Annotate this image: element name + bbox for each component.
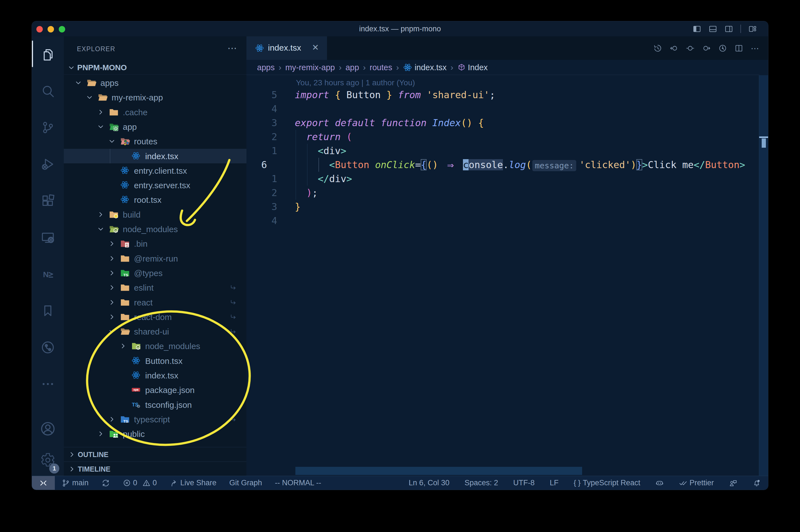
tree-item-react[interactable]: react [64,295,246,310]
react-icon [131,356,141,366]
sidebar-section-timeline[interactable]: TIMELINE [64,461,246,476]
tree-item-routes[interactable]: routes [64,134,246,149]
tab-index-tsx[interactable]: index.tsx ✕ [246,36,327,60]
tree-item-package-json[interactable]: npmpackage.json [64,383,246,397]
nav-circle-icon[interactable] [686,44,694,53]
status-language-mode[interactable]: { }TypeScript React [574,479,640,487]
activity-item-settings[interactable]: 1 [32,444,64,476]
horizontal-scrollbar[interactable] [296,467,582,475]
status-cursor-position[interactable]: Ln 6, Col 30 [409,479,450,487]
folder-tan-icon [120,297,130,307]
tree-item-public[interactable]: public [64,426,246,441]
tree-item-Button-tsx[interactable]: Button.tsx [64,354,246,368]
project-root-label: PNPM-MONO [77,63,127,72]
tree-item-entry-client-tsx[interactable]: entry.client.tsx [64,163,246,178]
tree-item-react-dom[interactable]: react-dom [64,310,246,324]
breadcrumb-item-Index[interactable]: Index [457,63,488,72]
tree-item-build[interactable]: build [64,207,246,222]
breadcrumb-item-routes[interactable]: routes [370,63,393,72]
tree-item--cache[interactable]: .cache [64,105,246,119]
nav-back-icon[interactable] [670,44,678,53]
tree-item-shared-ui[interactable]: shared-ui [64,324,246,339]
tree-item-index-tsx[interactable]: index.tsx [64,368,246,383]
symlink-icon [230,313,237,321]
activity-item-run-debug[interactable] [32,146,64,183]
activity-item-account[interactable] [32,413,64,444]
tree-item-app[interactable]: app [64,119,246,134]
tree-item--types[interactable]: TS@types [64,266,246,280]
tree-item-index-tsx[interactable]: index.tsx [64,149,246,163]
activity-item-nx-console[interactable]: N [32,255,64,292]
status-indentation[interactable]: Spaces: 2 [464,479,498,487]
tree-item-entry-server-tsx[interactable]: entry.server.tsx [64,178,246,192]
layout-sidebar-left-icon[interactable] [692,25,701,33]
tree-item-typescript[interactable]: TStypescript [64,412,246,426]
activity-item-bookmarks[interactable] [32,292,64,329]
svg-text:JS: JS [114,230,117,233]
svg-text:10: 10 [126,245,128,248]
status-feedback[interactable] [729,479,737,487]
sidebar-section-outline[interactable]: OUTLINE [64,447,246,461]
activity-item-git-graph[interactable] [32,329,64,365]
tree-item-eslint[interactable]: eslint [64,280,246,295]
tab-close-icon[interactable]: ✕ [312,42,319,52]
status-live-share[interactable]: Live Share [170,479,216,487]
status-eol[interactable]: LF [550,479,558,487]
status-notifications[interactable] [753,479,761,487]
status-sync[interactable] [101,479,110,487]
tree-item-apps[interactable]: apps [64,76,246,90]
activity-item-explorer[interactable] [32,36,64,73]
tree-item-my-remix-app[interactable]: my-remix-app [64,90,246,104]
layout-panel-icon[interactable] [708,25,717,33]
breadcrumb-separator: › [451,63,453,72]
project-root-row[interactable]: PNPM-MONO [64,60,246,75]
status-encoding[interactable]: UTF-8 [513,479,535,487]
breadcrumb-item-app[interactable]: app [345,63,359,72]
ellipsis-icon[interactable]: ⋯ [751,43,760,53]
liveshare-icon [170,479,178,487]
tree-item-node-modules[interactable]: JSnode_modules [64,339,246,353]
tree-item-label: @types [134,268,163,278]
tree-item-label: build [123,210,140,220]
layout-customize-icon[interactable] [748,25,757,33]
timeline-icon[interactable] [653,44,662,53]
code-editor[interactable]: You, 23 hours ago | 1 author (You) 5impo… [246,75,759,476]
nav-forward-icon[interactable] [702,44,711,53]
activity-item-remote-explorer[interactable] [32,219,64,255]
tree-item-label: tsconfig.json [145,400,192,410]
npm-icon: npm [131,385,141,395]
activity-item-extensions[interactable] [32,183,64,219]
status-prettier[interactable]: Prettier [679,479,714,487]
activity-item-search[interactable] [32,73,64,109]
run-circle-icon[interactable] [718,44,727,53]
split-editor-icon[interactable] [735,44,743,53]
breadcrumb-item-my-remix-app[interactable]: my-remix-app [285,63,335,72]
status-remote[interactable] [32,476,55,490]
symbol-module-icon [457,63,466,72]
explorer-more-actions-icon[interactable]: ⋯ [227,42,237,54]
symlink-icon [230,415,237,424]
activity-item-more-views[interactable] [32,365,64,402]
tree-item--remix-run[interactable]: @remix-run [64,251,246,266]
chevron-right-icon [119,342,127,351]
activity-item-source-control[interactable] [32,109,64,146]
status-git-graph[interactable]: Git Graph [229,479,262,487]
tree-item-tsconfig-json[interactable]: TStsconfig.json [64,397,246,412]
vertical-scrollbar[interactable] [759,75,768,476]
status-vim-mode[interactable]: -- NORMAL -- [275,479,321,487]
chevron-down-icon [108,328,116,336]
tree-item-root-tsx[interactable]: root.tsx [64,192,246,207]
breadcrumb-item-index-tsx[interactable]: index.tsx [403,63,446,72]
status-copilot[interactable] [655,479,664,487]
tree-item-node-modules[interactable]: JSnode_modules [64,222,246,236]
status-problems[interactable]: 00 [123,479,157,487]
chevron-right-icon [97,211,104,219]
react-icon [403,63,412,72]
folder-tan-icon [120,283,130,292]
tree-item--bin[interactable]: 0110.bin [64,236,246,251]
status-bar: main00Live ShareGit Graph-- NORMAL -- Ln… [32,476,768,490]
layout-sidebar-right-icon[interactable] [724,25,733,33]
status-branch[interactable]: main [61,479,89,487]
chevron-right-icon [108,284,116,292]
breadcrumb-item-apps[interactable]: apps [257,63,275,72]
